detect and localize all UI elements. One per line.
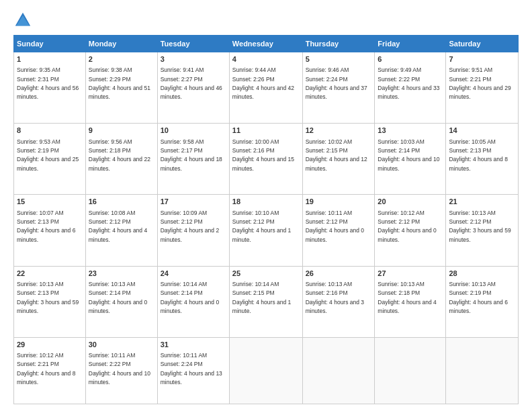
day-info: Sunrise: 9:41 AMSunset: 2:27 PMDaylight:…	[161, 66, 222, 100]
day-info: Sunrise: 10:12 AMSunset: 2:21 PMDaylight…	[17, 352, 75, 385]
day-info: Sunrise: 10:11 AMSunset: 2:22 PMDaylight…	[89, 352, 150, 385]
day-info: Sunrise: 10:07 AMSunset: 2:13 PMDaylight…	[17, 210, 75, 243]
day-number: 27	[378, 269, 443, 279]
calendar-cell: 23 Sunrise: 10:13 AMSunset: 2:14 PMDayli…	[85, 266, 157, 337]
day-info: Sunrise: 10:13 AMSunset: 2:13 PMDaylight…	[17, 281, 79, 314]
day-info: Sunrise: 10:13 AMSunset: 2:16 PMDaylight…	[306, 281, 364, 314]
day-info: Sunrise: 9:38 AMSunset: 2:29 PMDaylight:…	[89, 66, 150, 100]
calendar-cell: 25 Sunrise: 10:14 AMSunset: 2:15 PMDayli…	[229, 266, 302, 337]
header-cell: Wednesday	[229, 36, 302, 52]
header-cell: Friday	[375, 36, 446, 52]
day-number: 11	[232, 126, 300, 136]
day-info: Sunrise: 10:12 AMSunset: 2:12 PMDaylight…	[378, 210, 436, 243]
day-info: Sunrise: 10:14 AMSunset: 2:15 PMDaylight…	[232, 281, 291, 314]
calendar-cell: 24 Sunrise: 10:14 AMSunset: 2:14 PMDayli…	[157, 266, 229, 337]
calendar-cell	[375, 337, 446, 404]
calendar-cell: 31 Sunrise: 10:11 AMSunset: 2:24 PMDayli…	[157, 337, 229, 404]
day-number: 16	[89, 197, 154, 207]
calendar-cell: 17 Sunrise: 10:09 AMSunset: 2:12 PMDayli…	[157, 195, 229, 266]
calendar-cell: 28 Sunrise: 10:13 AMSunset: 2:19 PMDayli…	[446, 266, 519, 337]
day-number: 7	[449, 54, 515, 64]
calendar-cell: 3 Sunrise: 9:41 AMSunset: 2:27 PMDayligh…	[157, 52, 229, 124]
day-number: 22	[17, 269, 83, 279]
header	[13, 11, 519, 30]
calendar-cell: 22 Sunrise: 10:13 AMSunset: 2:13 PMDayli…	[14, 266, 86, 337]
day-info: Sunrise: 10:13 AMSunset: 2:19 PMDaylight…	[449, 281, 507, 314]
day-info: Sunrise: 10:09 AMSunset: 2:12 PMDaylight…	[161, 210, 219, 243]
day-info: Sunrise: 10:02 AMSunset: 2:15 PMDaylight…	[306, 138, 367, 172]
day-number: 2	[89, 54, 154, 64]
calendar: SundayMondayTuesdayWednesdayThursdayFrid…	[13, 35, 519, 404]
day-number: 26	[306, 269, 372, 279]
calendar-cell: 20 Sunrise: 10:12 AMSunset: 2:12 PMDayli…	[375, 195, 446, 266]
day-info: Sunrise: 9:49 AMSunset: 2:22 PMDaylight:…	[378, 66, 439, 100]
svg-marker-1	[16, 15, 30, 26]
calendar-cell: 10 Sunrise: 9:58 AMSunset: 2:17 PMDaylig…	[157, 124, 229, 195]
day-info: Sunrise: 10:13 AMSunset: 2:14 PMDaylight…	[89, 281, 147, 314]
day-info: Sunrise: 10:08 AMSunset: 2:12 PMDaylight…	[89, 210, 147, 243]
calendar-row: 1 Sunrise: 9:35 AMSunset: 2:31 PMDayligh…	[14, 52, 519, 124]
day-number: 25	[232, 269, 300, 279]
day-number: 8	[17, 126, 83, 136]
day-info: Sunrise: 10:14 AMSunset: 2:14 PMDaylight…	[161, 281, 219, 314]
day-number: 6	[378, 54, 443, 64]
day-info: Sunrise: 10:11 AMSunset: 2:12 PMDaylight…	[306, 210, 364, 243]
calendar-cell: 9 Sunrise: 9:56 AMSunset: 2:18 PMDayligh…	[85, 124, 157, 195]
calendar-cell	[446, 337, 519, 404]
day-number: 3	[161, 54, 226, 64]
day-info: Sunrise: 9:44 AMSunset: 2:26 PMDaylight:…	[232, 66, 294, 100]
header-cell: Saturday	[446, 36, 519, 52]
day-info: Sunrise: 9:51 AMSunset: 2:21 PMDaylight:…	[449, 66, 511, 100]
calendar-cell: 18 Sunrise: 10:10 AMSunset: 2:12 PMDayli…	[229, 195, 302, 266]
calendar-header: SundayMondayTuesdayWednesdayThursdayFrid…	[14, 36, 519, 52]
day-number: 18	[232, 197, 300, 207]
calendar-cell: 7 Sunrise: 9:51 AMSunset: 2:21 PMDayligh…	[446, 52, 519, 124]
calendar-row: 8 Sunrise: 9:53 AMSunset: 2:19 PMDayligh…	[14, 124, 519, 195]
calendar-row: 15 Sunrise: 10:07 AMSunset: 2:13 PMDayli…	[14, 195, 519, 266]
calendar-cell: 14 Sunrise: 10:05 AMSunset: 2:13 PMDayli…	[446, 124, 519, 195]
day-number: 15	[17, 197, 83, 207]
day-number: 13	[378, 126, 443, 136]
day-number: 23	[89, 269, 154, 279]
calendar-row: 29 Sunrise: 10:12 AMSunset: 2:21 PMDayli…	[14, 337, 519, 404]
day-number: 1	[17, 54, 83, 64]
day-number: 5	[306, 54, 372, 64]
day-number: 29	[17, 340, 83, 350]
day-info: Sunrise: 10:05 AMSunset: 2:13 PMDaylight…	[449, 138, 507, 172]
calendar-cell	[229, 337, 302, 404]
day-info: Sunrise: 10:00 AMSunset: 2:16 PMDaylight…	[232, 138, 294, 172]
calendar-cell: 12 Sunrise: 10:02 AMSunset: 2:15 PMDayli…	[302, 124, 375, 195]
calendar-row: 22 Sunrise: 10:13 AMSunset: 2:13 PMDayli…	[14, 266, 519, 337]
calendar-cell: 16 Sunrise: 10:08 AMSunset: 2:12 PMDayli…	[85, 195, 157, 266]
page: SundayMondayTuesdayWednesdayThursdayFrid…	[0, 0, 532, 411]
header-cell: Tuesday	[157, 36, 229, 52]
day-number: 10	[161, 126, 226, 136]
header-row: SundayMondayTuesdayWednesdayThursdayFrid…	[14, 36, 519, 52]
calendar-cell: 26 Sunrise: 10:13 AMSunset: 2:16 PMDayli…	[302, 266, 375, 337]
calendar-cell	[302, 337, 375, 404]
calendar-cell: 11 Sunrise: 10:00 AMSunset: 2:16 PMDayli…	[229, 124, 302, 195]
day-number: 31	[161, 340, 226, 350]
logo-icon	[13, 11, 32, 30]
calendar-cell: 2 Sunrise: 9:38 AMSunset: 2:29 PMDayligh…	[85, 52, 157, 124]
day-number: 4	[232, 54, 300, 64]
day-number: 30	[89, 340, 154, 350]
day-info: Sunrise: 10:13 AMSunset: 2:12 PMDaylight…	[449, 210, 511, 243]
day-number: 17	[161, 197, 226, 207]
header-cell: Monday	[85, 36, 157, 52]
day-number: 9	[89, 126, 154, 136]
day-number: 28	[449, 269, 515, 279]
day-info: Sunrise: 9:35 AMSunset: 2:31 PMDaylight:…	[17, 66, 79, 100]
calendar-cell: 21 Sunrise: 10:13 AMSunset: 2:12 PMDayli…	[446, 195, 519, 266]
day-info: Sunrise: 9:46 AMSunset: 2:24 PMDaylight:…	[306, 66, 367, 100]
day-number: 19	[306, 197, 372, 207]
day-number: 21	[449, 197, 515, 207]
calendar-cell: 29 Sunrise: 10:12 AMSunset: 2:21 PMDayli…	[14, 337, 86, 404]
day-number: 20	[378, 197, 443, 207]
day-info: Sunrise: 10:10 AMSunset: 2:12 PMDaylight…	[232, 210, 291, 243]
calendar-cell: 30 Sunrise: 10:11 AMSunset: 2:22 PMDayli…	[85, 337, 157, 404]
calendar-cell: 8 Sunrise: 9:53 AMSunset: 2:19 PMDayligh…	[14, 124, 86, 195]
day-info: Sunrise: 9:56 AMSunset: 2:18 PMDaylight:…	[89, 138, 150, 172]
calendar-cell: 5 Sunrise: 9:46 AMSunset: 2:24 PMDayligh…	[302, 52, 375, 124]
calendar-cell: 6 Sunrise: 9:49 AMSunset: 2:22 PMDayligh…	[375, 52, 446, 124]
